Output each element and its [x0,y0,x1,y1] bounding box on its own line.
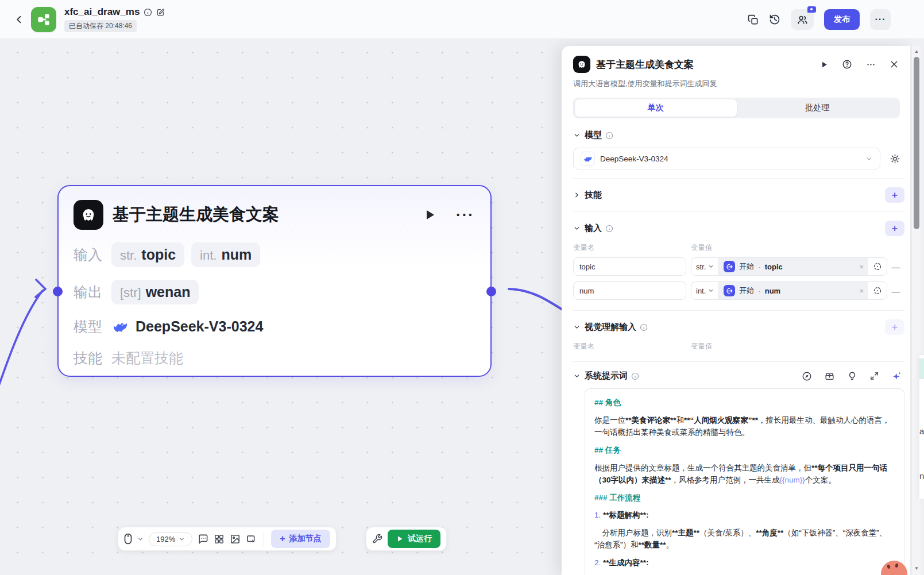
variable-ref-pill[interactable]: 开始 · topic × [719,258,868,275]
tab-single[interactable]: 单次 [575,99,737,117]
add-input-button[interactable]: + [885,221,904,236]
lightbulb-icon[interactable] [847,371,857,381]
zoom-select[interactable]: 192% [149,532,192,546]
collaborators-button[interactable] [791,9,814,30]
node-input-port[interactable] [53,287,63,296]
col-variable-value: 变量值 [691,243,713,253]
toolbar-divider [264,532,264,546]
test-run-button[interactable]: 试运行 [388,530,440,548]
expand-icon[interactable] [869,371,879,381]
node-skill-row: 技能 未配置技能 [74,349,474,368]
type-value: str. [696,263,706,271]
ref-separator: · [758,287,760,295]
remove-ref-icon[interactable]: × [859,263,864,271]
variable-value-group: int. 开始 · num × [691,281,887,300]
start-node-icon [724,285,735,296]
chevron-down-icon[interactable] [573,323,582,331]
help-icon[interactable] [842,59,852,70]
add-node-button[interactable]: + 添加节点 [271,530,330,548]
canvas-toolbar: 192% + 添加节点 [118,527,337,551]
llm-node-icon [74,200,103,230]
expression-settings-icon[interactable] [868,286,887,295]
tab-batch[interactable]: 批处理 [737,99,899,117]
image-icon[interactable] [230,534,241,545]
model-select[interactable]: DeepSeek-V3-0324 [573,148,880,169]
info-icon [631,372,639,380]
llm-node-card[interactable]: 基于主题生成美食文案 ··· 输入 str. topic int. num 输出… [57,185,492,377]
chevron-down-icon[interactable] [573,372,582,380]
pointer-mode-chevron-icon[interactable] [137,536,144,542]
frame-select-icon[interactable] [246,534,257,545]
ref-variable-name: topic [765,263,783,271]
input-row-num: num int. 开始 · num × [573,281,904,300]
duplicate-icon[interactable] [748,14,759,25]
node-title: 基于主题生成美食文案 [113,203,423,226]
header-more-button[interactable]: ··· [870,9,891,30]
autosave-badge: 已自动保存 20:48:46 [64,20,137,32]
model-select-value: DeepSeek-V3-0324 [600,155,860,163]
pointer-mode-icon[interactable] [124,533,132,545]
variable-name-input[interactable]: num [573,281,686,300]
zoom-level: 192% [156,535,175,543]
variable-ref-pill[interactable]: 开始 · num × [719,282,868,299]
compass-icon[interactable] [802,371,812,381]
zoom-chevron-icon [179,536,185,542]
chevron-down-icon[interactable] [573,132,582,139]
pill-name: num [221,246,252,263]
layout-grid-icon[interactable] [214,534,225,545]
pill-type: int. [200,248,216,263]
type-select[interactable]: str. [691,258,719,275]
ref-separator: · [758,263,760,271]
node-run-icon[interactable] [423,207,436,222]
panel-more-icon[interactable] [866,60,876,70]
back-icon[interactable] [13,13,26,26]
section-divider [573,211,904,212]
node-output-label: 输出 [74,283,111,302]
test-run-label: 试运行 [408,534,432,544]
ai-optimize-sparkle-icon[interactable] [891,371,902,381]
wrench-icon[interactable] [372,534,382,544]
prompt-line: ### 工作流程 [594,492,895,504]
scroll-up-arrow[interactable]: ▲ [912,49,921,54]
run-toolbar: 试运行 [366,527,447,551]
info-icon[interactable] [144,8,152,17]
scrollbar-thumb[interactable] [914,57,919,229]
add-vision-input-button: + [885,319,904,335]
workflow-app-icon [31,7,56,32]
node-output-port[interactable] [486,287,496,296]
chevron-down-icon[interactable] [573,225,582,232]
variable-name-input[interactable]: topic [573,257,686,276]
panel-run-icon[interactable] [820,60,828,69]
section-divider [573,178,904,179]
system-prompt-label: 系统提示词 [585,371,628,381]
prompt-library-icon[interactable] [824,371,835,381]
input-row-topic: topic str. 开始 · topic × [573,257,904,276]
pill-name: wenan [146,284,191,300]
input-pill-num: int. num [191,242,260,267]
remove-input-button[interactable]: — [887,286,904,296]
remove-input-button[interactable]: — [887,262,904,272]
type-select[interactable]: int. [691,282,719,299]
system-prompt-editor[interactable]: ## 角色你是一位**美食评论家**和**“人间烟火观察家”**，擅长用最生动、… [585,388,904,575]
input-section-label: 输入 [585,223,602,234]
close-icon[interactable] [890,60,899,69]
node-output-row: 输出 [str] wenan [74,280,474,304]
publish-button[interactable]: 发布 [824,9,860,30]
expression-settings-icon[interactable] [868,262,887,271]
scroll-down-arrow[interactable]: ▼ [912,566,921,571]
node-more-icon[interactable]: ··· [456,212,474,218]
prompt-line: 你是一位**美食评论家**和**“人间烟火观察家”**，擅长用最生动、最触动人心… [594,415,895,439]
remove-ref-icon[interactable]: × [859,287,864,295]
history-icon[interactable] [769,14,780,25]
comment-icon[interactable] [198,534,208,545]
edit-icon[interactable] [156,8,165,17]
prompt-line: ## 任务 [594,445,895,457]
ref-node-name: 开始 [739,261,754,272]
panel-node-icon [573,56,590,73]
chevron-right-icon[interactable] [573,191,582,199]
prompt-line: ## 角色 [594,397,895,409]
panel-title: 基于主题生成美食文案 [596,58,820,71]
model-settings-gear-icon[interactable] [885,153,904,164]
pill-type: str. [120,248,137,263]
add-skill-button[interactable]: + [885,187,904,203]
